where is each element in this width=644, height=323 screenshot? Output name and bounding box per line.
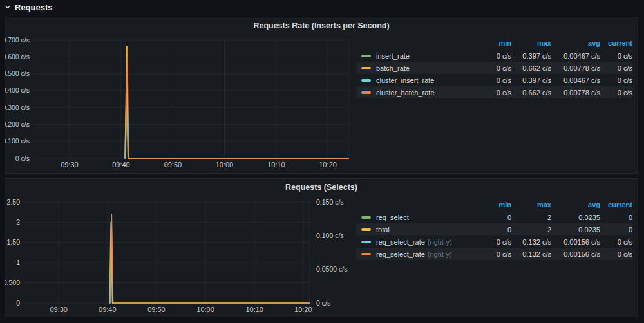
legend-series-row[interactable]: req_select_rate(right-y)0 c/s0.132 c/s0.… — [356, 235, 632, 248]
legend-value-avg: 0.00778 c/s — [551, 64, 600, 72]
legend-value-max: 0.132 c/s — [511, 250, 551, 258]
legend-series-name-cell: cluster_batch_rate — [356, 89, 474, 97]
series-name[interactable]: req_select — [376, 214, 409, 221]
legend-table-requests-rate: minmaxavgcurrentinsert_rate0 c/s0.397 c/… — [356, 38, 638, 98]
legend-col-header-current[interactable]: current — [600, 201, 632, 208]
series-line-req_select_rate_cluster — [110, 214, 310, 303]
series-axis-suffix: (right-y) — [428, 238, 452, 246]
x-axis-label: 09:30 — [50, 306, 68, 313]
legend-col-header-min[interactable]: min — [474, 201, 511, 208]
legend-value-avg: 0.00156 c/s — [551, 250, 600, 258]
series-color-swatch[interactable] — [361, 79, 371, 82]
legend-value-min: 0 — [474, 214, 511, 221]
legend-value-avg: 0.0235 — [551, 226, 600, 234]
series-name[interactable]: total — [376, 226, 390, 234]
series-color-swatch[interactable] — [361, 253, 371, 255]
y-axis-label-left: 2.50 — [7, 198, 21, 206]
requests-selects-chart[interactable]: 09:3009:4009:5010:0010:1010:202.5021.501… — [5, 196, 356, 318]
legend-header-row: minmaxavgcurrent — [356, 38, 632, 48]
y-axis-label-left: 0 c/s — [15, 154, 30, 162]
series-color-swatch[interactable] — [361, 67, 371, 69]
y-axis-label-right: 0 c/s — [316, 299, 330, 307]
legend-header-row: minmaxavgcurrent — [356, 199, 632, 210]
series-line-req_select_rate — [110, 214, 310, 303]
series-color-swatch[interactable] — [361, 216, 371, 219]
y-axis-label-left: 0.500 — [5, 279, 20, 286]
legend-value-current: 0 c/s — [600, 77, 632, 84]
row-title: Requests — [15, 3, 53, 12]
x-axis-label: 09:40 — [112, 161, 130, 169]
x-axis-label: 10:20 — [294, 306, 312, 313]
row-header-requests[interactable]: Requests — [4, 1, 53, 14]
y-axis-label-left: 1 — [16, 259, 20, 266]
panel-title-requests-selects[interactable]: Requests (Selects) — [5, 179, 638, 196]
legend-col-header-max[interactable]: max — [511, 39, 551, 47]
y-axis-label-right: 0.100 c/s — [316, 232, 344, 239]
y-axis-label-left: 0.500 c/s — [5, 69, 30, 77]
legend-value-min: 0 c/s — [474, 238, 511, 246]
legend-col-header-avg[interactable]: avg — [551, 201, 600, 208]
legend-table-requests-selects: minmaxavgcurrentreq_select020.02350total… — [356, 199, 638, 260]
series-axis-suffix: (right-y) — [428, 250, 452, 258]
legend-value-min: 0 c/s — [474, 52, 511, 60]
legend-series-name-cell: req_select — [356, 214, 474, 221]
legend-series-row[interactable]: batch_rate0 c/s0.662 c/s0.00778 c/s0 c/s — [356, 62, 632, 74]
series-color-swatch[interactable] — [361, 91, 371, 94]
legend-value-min: 0 c/s — [474, 250, 511, 258]
series-name[interactable]: insert_rate — [376, 52, 410, 60]
x-axis-label: 10:00 — [216, 161, 234, 169]
y-axis-label-left: 0.100 c/s — [5, 137, 30, 145]
y-axis-label-left: 0.600 c/s — [5, 53, 30, 60]
legend-value-current: 0 — [600, 214, 632, 221]
legend-value-min: 0 c/s — [474, 77, 511, 84]
legend-value-min: 0 c/s — [474, 89, 511, 97]
series-color-swatch[interactable] — [361, 55, 371, 57]
y-axis-label-right: 0.0500 c/s — [316, 265, 347, 273]
legend-series-row[interactable]: total020.02350 — [356, 223, 632, 235]
y-axis-label-left: 1.50 — [7, 238, 21, 246]
legend-value-avg: 0.00467 c/s — [551, 52, 600, 60]
x-axis-label: 09:50 — [164, 161, 182, 169]
series-name[interactable]: cluster_batch_rate — [376, 89, 435, 97]
legend-value-avg: 0.0235 — [551, 214, 600, 221]
legend-col-header-max[interactable]: max — [511, 201, 551, 208]
legend-series-name-cell: req_select_rate(right-y) — [356, 238, 474, 246]
legend-value-max: 0.662 c/s — [511, 64, 551, 72]
series-name[interactable]: cluster_insert_rate — [376, 77, 435, 84]
x-axis-label: 09:30 — [61, 161, 79, 169]
legend-value-min: 0 — [474, 226, 511, 234]
legend-series-name-cell: batch_rate — [356, 64, 474, 72]
legend-series-row[interactable]: cluster_insert_rate0 c/s0.397 c/s0.00467… — [356, 74, 632, 86]
x-axis-label: 10:10 — [267, 161, 285, 169]
legend-series-row[interactable]: req_select_rate(right-y)0 c/s0.132 c/s0.… — [356, 248, 632, 260]
y-axis-label-left: 0.700 c/s — [5, 36, 30, 44]
series-color-swatch[interactable] — [361, 228, 371, 231]
series-name[interactable]: batch_rate — [376, 64, 410, 72]
legend-series-row[interactable]: cluster_batch_rate0 c/s0.662 c/s0.00778 … — [356, 86, 632, 98]
panel-title-requests-rate[interactable]: Requests Rate (Inserts per Second) — [5, 17, 638, 34]
legend-col-header-min[interactable]: min — [474, 39, 511, 47]
legend-value-avg: 0.00156 c/s — [551, 238, 600, 246]
y-axis-label-left: 0 — [16, 299, 20, 307]
legend-value-min: 0 c/s — [474, 64, 511, 72]
series-name[interactable]: req_select_rate — [376, 250, 425, 258]
requests-rate-chart[interactable]: 09:3009:4009:5010:0010:1010:200.700 c/s0… — [5, 34, 356, 171]
legend-value-max: 2 — [511, 226, 551, 234]
legend-col-header-current[interactable]: current — [600, 39, 632, 47]
y-axis-label-right: 0.150 c/s — [316, 198, 344, 206]
legend-series-name-cell: req_select_rate(right-y) — [356, 250, 474, 258]
legend-value-avg: 0.00778 c/s — [551, 89, 600, 97]
series-name[interactable]: req_select_rate — [376, 238, 425, 246]
chevron-down-icon — [4, 3, 12, 11]
legend-value-max: 2 — [511, 214, 551, 221]
y-axis-label-left: 0.200 c/s — [5, 120, 30, 128]
legend-value-current: 0 c/s — [600, 238, 632, 246]
y-axis-label-left: 0.300 c/s — [5, 104, 30, 111]
legend-value-current: 0 c/s — [600, 64, 632, 72]
series-color-swatch[interactable] — [361, 241, 371, 243]
legend-series-row[interactable]: insert_rate0 c/s0.397 c/s0.00467 c/s0 c/… — [356, 50, 632, 62]
legend-series-row[interactable]: req_select020.02350 — [356, 211, 632, 223]
legend-value-current: 0 — [600, 226, 632, 234]
x-axis-label: 09:50 — [147, 306, 166, 313]
legend-col-header-avg[interactable]: avg — [551, 39, 600, 47]
